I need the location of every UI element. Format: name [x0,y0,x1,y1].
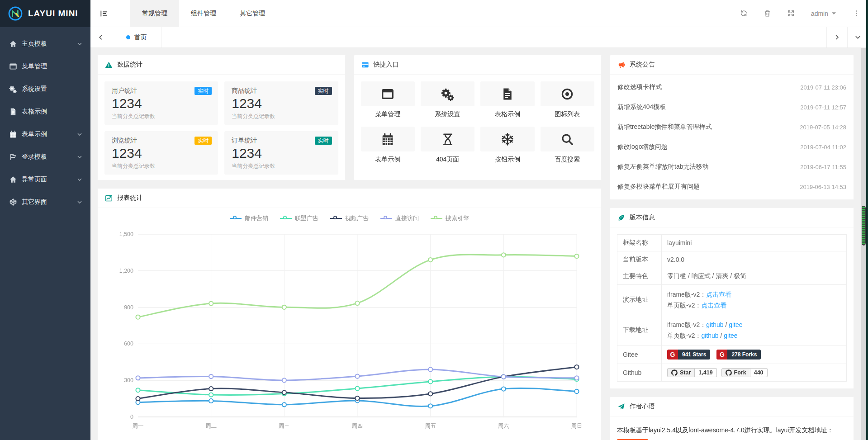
header-tab-0[interactable]: 常规管理 [130,0,179,27]
sidebar-item-label: 系统设置 [22,85,82,93]
svg-text:周三: 周三 [278,423,289,429]
paper-plane-icon [617,403,625,411]
gitee-badge[interactable]: G941 Stars [667,350,710,360]
app-logo[interactable]: LAYUI MINI [0,0,90,27]
quick-entry-4[interactable]: 表单示例 [361,127,415,164]
version-row-4: 下载地址iframe版-v2：github / gitee单页版-v2：gith… [617,315,847,345]
file-icon [9,108,17,116]
github-star-button[interactable]: Star [667,368,695,377]
legend-item-3[interactable]: 直接访问 [380,214,419,222]
version-value: 零门槛 / 响应式 / 清爽 / 极简 [667,272,746,279]
sidebar-item-label: 主页模板 [22,40,77,48]
legend-item-0[interactable]: 邮件营销 [230,214,268,222]
version-row-5: GiteeG941 StarsG278 Forks [617,345,847,364]
notice-date: 2019-07-11 23:06 [800,84,846,91]
quick-entry-5[interactable]: 404页面 [421,127,474,164]
version-label: 主要特色 [617,268,662,285]
github-star-count[interactable]: 1,419 [695,368,716,377]
notice-item-5[interactable]: 修复多模块菜单栏展开有问题 2019-06-13 14:53 [610,177,854,197]
sidebar: LAYUI MINI 主页模板 菜单管理 系统设置 表格示例 表单示例 登录模板… [0,0,90,440]
version-row-2: 主要特色零门槛 / 响应式 / 清爽 / 极简 [617,268,847,285]
quick-entry-7[interactable]: 百度搜索 [541,127,594,164]
quick-entry-6[interactable]: 按钮示例 [480,127,534,164]
gitee-icon: G [667,350,678,360]
notice-item-0[interactable]: 修改选项卡样式 2019-07-11 23:06 [610,77,854,97]
version-value: v2.0.0 [667,256,684,263]
notice-item-2[interactable]: 新增treetable插件和菜单管理样式 2019-07-05 14:28 [610,117,854,137]
stat-value: 1234 [232,96,331,111]
hourglass-icon [441,132,455,146]
notice-item-4[interactable]: 修复左侧菜单缩放时tab无法移动 2019-06-17 11:55 [610,157,854,177]
sidebar-item-3[interactable]: 表格示例 [0,100,90,123]
search-icon [560,132,574,146]
github-fork-button[interactable]: Fork [721,368,750,377]
version-link[interactable]: github [706,321,723,328]
tabs-scroll-right-icon[interactable] [826,27,847,47]
notice-text: 新增系统404模板 [617,103,795,111]
stat-box-1[interactable]: 商品统计 1234 当前分类总记录数 实时 [224,81,338,125]
notice-date: 2019-07-04 11:02 [800,144,846,151]
stat-box-3[interactable]: 订单统计 1234 当前分类总记录数 实时 [224,131,338,175]
notice-text: 修复多模块菜单栏展开有问题 [617,183,794,191]
sidebar-item-6[interactable]: 异常页面 [0,168,90,191]
quick-entry-card: 快捷入口 菜单管理 系统设置 表格示例 图标列表 表单示例 404页面 按钮示例… [354,55,602,180]
quick-entry-0[interactable]: 菜单管理 [361,81,415,118]
stat-box-0[interactable]: 用户统计 1234 当前分类总记录数 实时 [104,81,218,125]
home-icon [9,175,17,184]
version-link[interactable]: gitee [729,321,742,328]
notice-date: 2019-06-17 11:55 [800,164,846,170]
report-line-chart: 03006009001,2001,500周一周二周三周四周五周六周日 [105,223,594,440]
legend-item-1[interactable]: 联盟广告 [280,214,318,222]
sidebar-fold-icon[interactable] [90,0,118,27]
user-menu[interactable]: admin [803,0,844,27]
page-scrollbar[interactable] [861,48,866,440]
header-nav-tabs: 常规管理 组件管理 其它管理 [130,0,277,27]
sidebar-item-2[interactable]: 系统设置 [0,78,90,100]
fullscreen-icon[interactable] [779,0,803,27]
window-icon [381,87,394,101]
notice-item-3[interactable]: 修改logo缩放问题 2019-07-04 11:02 [610,137,854,157]
window-edge [866,0,868,440]
cogs-icon [9,85,17,93]
quick-entry-label: 百度搜索 [541,156,594,164]
quick-entry-3[interactable]: 图标列表 [541,81,594,118]
tabs-scroll-left-icon[interactable] [90,27,111,47]
sidebar-item-4[interactable]: 表单示例 [0,123,90,146]
notice-text: 新增treetable插件和菜单管理样式 [617,123,794,131]
stat-value: 1234 [112,96,211,111]
svg-text:300: 300 [124,377,133,383]
scrollbar-thumb[interactable] [862,206,866,246]
tabs-dropdown-icon[interactable] [847,27,868,47]
notice-item-1[interactable]: 新增系统404模板 2019-07-11 12:57 [610,97,854,117]
header-tab-2[interactable]: 其它管理 [228,0,277,27]
legend-item-4[interactable]: 搜索引擎 [431,214,469,222]
github-fork-count[interactable]: 440 [750,368,768,377]
version-link[interactable]: 点击查看 [701,302,726,309]
main-content: 数据统计 用户统计 1234 当前分类总记录数 实时 商品统计 1234 当前分… [90,48,861,440]
refresh-icon[interactable] [732,0,756,27]
gitee-badge[interactable]: G278 Forks [716,350,761,360]
home-icon [9,40,17,48]
svg-text:周六: 周六 [498,423,509,429]
clear-cache-trash-icon[interactable] [756,0,779,27]
sidebar-item-5[interactable]: 登录模板 [0,146,90,168]
legend-marker [330,216,342,221]
header-tab-1[interactable]: 组件管理 [179,0,228,27]
more-options-icon[interactable] [844,0,868,27]
sidebar-item-1[interactable]: 菜单管理 [0,55,90,78]
version-link[interactable]: github [701,332,718,339]
legend-item-2[interactable]: 视频广告 [330,214,369,222]
octocat-icon [726,369,732,376]
sidebar-item-0[interactable]: 主页模板 [0,33,90,55]
version-link[interactable]: gitee [724,332,737,339]
page-tab-0[interactable]: 首页 [111,27,162,47]
stat-box-2[interactable]: 浏览统计 1234 当前分类总记录数 实时 [104,131,218,175]
legend-marker [230,216,242,221]
header-actions: admin [732,0,868,27]
quick-entry-2[interactable]: 表格示例 [480,81,534,118]
quick-entry-1[interactable]: 系统设置 [421,81,474,118]
version-link[interactable]: 点击查看 [706,291,731,298]
author-card: 作者心语 本模板基于layui2.5.4以及font-awesome-4.7.0… [610,397,854,440]
sidebar-item-7[interactable]: 其它界面 [0,191,90,213]
version-label: Github [617,364,662,382]
